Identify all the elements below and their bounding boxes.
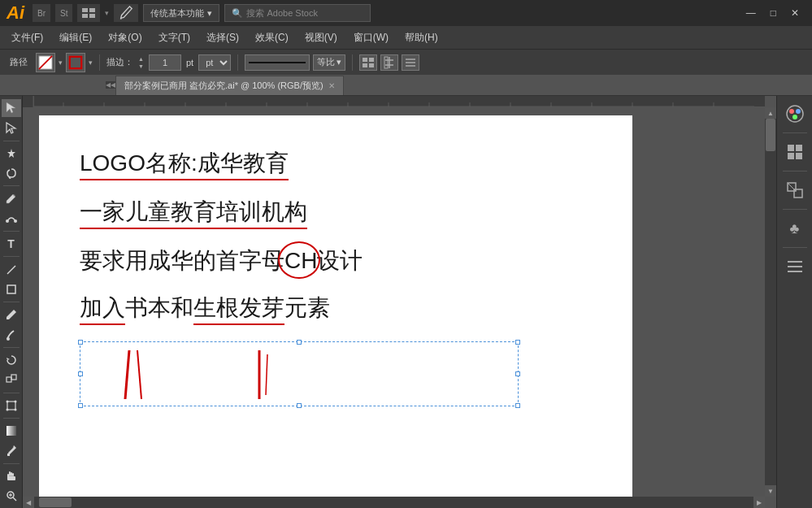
tool-scale[interactable]	[2, 371, 21, 389]
proportion-arrow: ▾	[337, 57, 341, 67]
tool-eyedropper[interactable]	[2, 441, 21, 459]
minimize-button[interactable]: —	[740, 6, 762, 20]
text-line-4-part3: 生根发芽	[193, 293, 284, 325]
tool-free-transform[interactable]	[2, 396, 21, 414]
tool-pen[interactable]	[2, 189, 21, 207]
layout-arrow[interactable]: ▾	[105, 9, 109, 17]
stroke-arrow[interactable]: ▾	[89, 59, 93, 67]
symbols-btn[interactable]: ♣	[780, 214, 810, 243]
tool-rotate[interactable]	[2, 351, 21, 369]
svg-rect-36	[12, 473, 14, 476]
svg-point-30	[6, 408, 8, 410]
svg-rect-8	[369, 58, 374, 62]
scroll-thumb-h[interactable]	[39, 497, 72, 507]
stroke-icon[interactable]	[66, 53, 85, 72]
fill-icon[interactable]	[36, 53, 55, 72]
menu-edit[interactable]: 编辑(E)	[51, 26, 100, 49]
close-button[interactable]: ✕	[784, 6, 805, 20]
text-line-3-ch: CH	[284, 248, 317, 274]
svg-rect-79	[796, 145, 802, 151]
align-panel-btn[interactable]	[780, 252, 810, 281]
align-vertical-btn[interactable]	[380, 54, 398, 71]
svg-rect-1	[89, 8, 95, 12]
menu-text[interactable]: 文字(T)	[150, 26, 198, 49]
proportion-select[interactable]: 等比 ▾	[313, 54, 345, 71]
svg-rect-34	[9, 471, 11, 476]
scroll-left-btn[interactable]: ◀	[23, 497, 34, 508]
tool-curvature[interactable]	[2, 210, 21, 228]
text-line-3-after: 设计	[317, 248, 363, 273]
transform-btn[interactable]	[780, 176, 810, 205]
layout-btn[interactable]	[77, 4, 100, 22]
panel-collapse-handle[interactable]: ◀◀	[106, 81, 115, 89]
ruler-horizontal	[23, 96, 765, 107]
menu-select[interactable]: 选择(S)	[198, 26, 247, 49]
title-bar: Ai Br St ▾ 传统基本功能 ▾ 🔍 搜索 Adobe Stock — □…	[0, 0, 812, 26]
menu-window[interactable]: 窗口(W)	[345, 26, 397, 49]
tool-sep-1	[3, 141, 20, 141]
menu-effect[interactable]: 效果(C)	[247, 26, 297, 49]
document-tab[interactable]: 部分案例已商用 盗仿必究.ai* @ 100% (RGB/预览) ✕	[115, 76, 344, 95]
right-sep-3	[783, 209, 807, 210]
tool-sep-2	[3, 185, 20, 186]
scrollbar-right[interactable]: ▲ ▼	[765, 107, 776, 497]
paintbrush-quick-btn[interactable]	[114, 4, 138, 22]
scroll-thumb-v[interactable]	[766, 119, 775, 151]
stock-search[interactable]: 🔍 搜索 Adobe Stock	[224, 4, 371, 22]
align-horizontal-btn[interactable]	[359, 54, 377, 71]
tool-brush[interactable]	[2, 325, 21, 343]
menu-help[interactable]: 帮助(H)	[397, 26, 446, 49]
align-more-btn[interactable]	[402, 54, 419, 71]
menu-file[interactable]: 文件(F)	[3, 26, 51, 49]
scroll-right-btn[interactable]: ▶	[753, 497, 765, 508]
canvas-paper: LOGO名称:成华教育 一家儿童教育培训机构 要求用成华的首字母CH设计	[39, 115, 632, 497]
tool-magic-wand[interactable]	[2, 145, 21, 163]
workspace-label: 传统基本功能	[150, 7, 204, 20]
tool-gradient[interactable]	[2, 422, 21, 440]
text-line-3: 要求用成华的首字母CH设计	[80, 245, 592, 276]
fill-arrow[interactable]: ▾	[59, 59, 63, 67]
stroke-unit: pt	[186, 58, 193, 67]
tool-hand[interactable]	[2, 467, 21, 484]
text-line-4-part2: 书本和	[125, 295, 193, 320]
svg-rect-7	[363, 58, 367, 62]
stroke-value-input[interactable]	[149, 54, 181, 71]
menu-object[interactable]: 对象(O)	[100, 26, 150, 49]
stroke-unit-select[interactable]: pt	[198, 54, 231, 71]
text-line-1-wrapper: LOGO名称:成华教育	[80, 148, 592, 180]
libraries-btn[interactable]	[780, 137, 810, 167]
tool-select[interactable]	[2, 99, 21, 117]
tool-lasso[interactable]	[2, 164, 21, 182]
canvas-area: LOGO名称:成华教育 一家儿童教育培训机构 要求用成华的首字母CH设计	[23, 107, 765, 497]
divider2	[237, 54, 238, 71]
tool-direct-select[interactable]	[2, 119, 21, 137]
scroll-down-btn[interactable]: ▼	[765, 485, 776, 497]
tool-rect[interactable]	[2, 280, 21, 298]
stock-btn[interactable]: St	[55, 4, 72, 22]
tool-pencil[interactable]	[2, 306, 21, 323]
svg-rect-9	[363, 63, 367, 67]
tool-sep-5	[3, 302, 20, 302]
line-preview[interactable]	[245, 54, 310, 71]
tool-line[interactable]	[2, 260, 21, 278]
text-line-3-wrapper: 要求用成华的首字母CH设计	[80, 245, 592, 276]
tool-type[interactable]: T	[2, 235, 21, 253]
scroll-up-btn[interactable]: ▲	[765, 107, 776, 119]
color-panel-btn[interactable]	[780, 99, 810, 128]
options-bar: 路径 ▾ ▾ 描边： ▲ ▼ pt pt 等比 ▾	[0, 49, 812, 75]
svg-point-28	[6, 400, 8, 402]
workspace-selector[interactable]: 传统基本功能 ▾	[143, 4, 219, 22]
tab-close-btn[interactable]: ✕	[328, 81, 335, 90]
scrollbar-bottom[interactable]: ◀ ▶	[23, 497, 765, 508]
text-line-2: 一家儿童教育培训机构	[80, 197, 592, 229]
main-area: T	[0, 96, 812, 508]
menu-view[interactable]: 视图(V)	[297, 26, 345, 49]
svg-rect-10	[369, 63, 374, 67]
tool-sep-9	[3, 463, 20, 464]
bridge-btn[interactable]: Br	[33, 4, 50, 22]
title-bar-left: Ai Br St ▾ 传统基本功能 ▾ 🔍 搜索 Adobe Stock	[7, 2, 371, 24]
text-line-3-before: 要求用成华的首字母	[80, 248, 284, 273]
tool-zoom[interactable]	[2, 487, 21, 505]
maximize-button[interactable]: □	[764, 6, 783, 20]
stroke-spinner[interactable]: ▲ ▼	[138, 55, 144, 70]
